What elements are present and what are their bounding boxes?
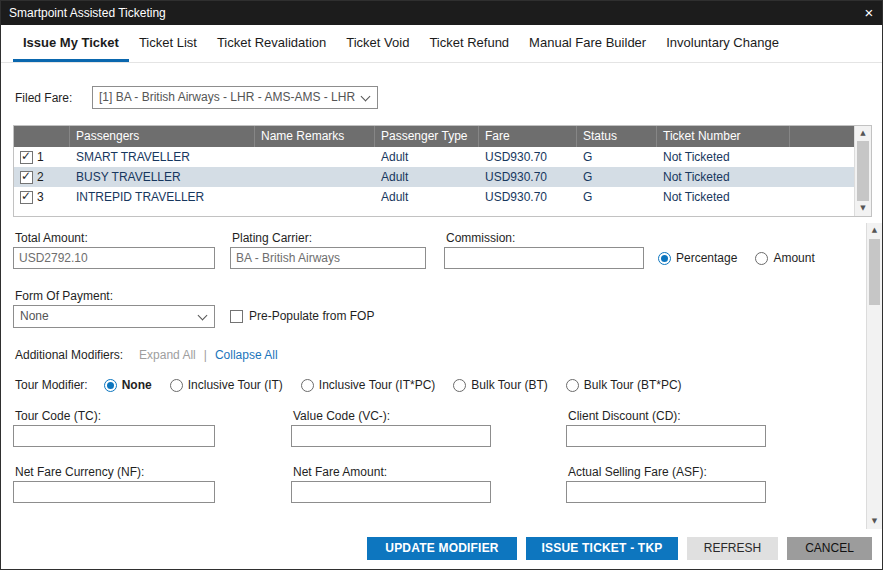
scrollbar-thumb[interactable] [857, 141, 869, 201]
row-number: 1 [37, 150, 44, 164]
passenger-table-body: Passengers Name Remarks Passenger Type F… [14, 126, 854, 216]
table-scrollbar[interactable]: ▲ ▼ [854, 126, 871, 216]
collapse-all-link[interactable]: Collapse All [215, 348, 278, 362]
column-header-select [14, 126, 70, 147]
row-number: 2 [37, 170, 44, 184]
cell-passenger: INTREPID TRAVELLER [70, 190, 255, 204]
commission-input[interactable] [444, 247, 644, 269]
column-header-fare: Fare [479, 126, 577, 147]
actual-selling-fare-input[interactable] [566, 481, 766, 503]
net-fare-amount-input[interactable] [291, 481, 491, 503]
cell-fare: USD930.70 [479, 150, 577, 164]
tab-ticket-void[interactable]: Ticket Void [336, 25, 419, 62]
window-title: Smartpoint Assisted Ticketing [1, 6, 166, 20]
cancel-button[interactable]: CANCEL [787, 537, 872, 560]
scrollbar-thumb[interactable] [869, 239, 880, 305]
scroll-down-arrow-icon[interactable]: ▼ [855, 201, 871, 216]
table-header-row: Passengers Name Remarks Passenger Type F… [14, 126, 854, 147]
cell-fare: USD930.70 [479, 170, 577, 184]
amount-radio-label: Amount [773, 251, 814, 265]
tab-issue-my-ticket[interactable]: Issue My Ticket [13, 25, 129, 62]
tour-code-input[interactable] [13, 425, 215, 447]
additional-modifiers-row: Additional Modifiers: Expand All | Colla… [15, 348, 278, 362]
row-checkbox[interactable]: ✓ [20, 151, 33, 164]
page-scrollbar[interactable]: ▲ ▼ [866, 223, 882, 529]
cell-ticket-number: Not Ticketed [657, 150, 790, 164]
tab-ticket-list[interactable]: Ticket List [129, 25, 207, 62]
tour-inclusive-itpc-label: Inclusive Tour (IT*PC) [319, 378, 435, 392]
table-row[interactable]: ✓ 2 BUSY TRAVELLER Adult USD930.70 G Not… [14, 167, 854, 187]
form-of-payment-label: Form Of Payment: [15, 289, 113, 303]
radio-unselected-icon [566, 379, 579, 392]
filed-fare-label: Filed Fare: [15, 91, 72, 105]
radio-unselected-icon [755, 252, 768, 265]
tour-inclusive-it-label: Inclusive Tour (IT) [188, 378, 283, 392]
cell-status: G [577, 150, 657, 164]
column-header-passengers: Passengers [70, 126, 255, 147]
tour-none-radio[interactable]: None [104, 378, 152, 392]
form-of-payment-value: None [14, 306, 214, 327]
tab-bar: Issue My Ticket Ticket List Ticket Reval… [1, 25, 882, 63]
tour-inclusive-it-radio[interactable]: Inclusive Tour (IT) [170, 378, 283, 392]
amount-radio[interactable]: Amount [755, 251, 814, 265]
tab-ticket-revalidation[interactable]: Ticket Revalidation [207, 25, 336, 62]
commission-label: Commission: [446, 231, 515, 245]
radio-selected-icon [104, 379, 117, 392]
table-row[interactable]: ✓ 1 SMART TRAVELLER Adult USD930.70 G No… [14, 147, 854, 167]
cell-passenger-type: Adult [375, 150, 479, 164]
cell-ticket-number: Not Ticketed [657, 190, 790, 204]
tour-bulk-bt-radio[interactable]: Bulk Tour (BT) [453, 378, 547, 392]
issue-ticket-tkp-button[interactable]: ISSUE TICKET - TKP [526, 537, 678, 560]
scroll-down-arrow-icon[interactable]: ▼ [867, 514, 882, 529]
table-row[interactable]: ✓ 3 INTREPID TRAVELLER Adult USD930.70 G… [14, 187, 854, 207]
net-fare-currency-input[interactable] [13, 481, 215, 503]
total-amount-input[interactable] [13, 247, 215, 269]
tour-code-label: Tour Code (TC): [15, 409, 101, 423]
row-checkbox[interactable]: ✓ [20, 171, 33, 184]
scroll-up-arrow-icon[interactable]: ▲ [855, 126, 871, 141]
value-code-input[interactable] [291, 425, 491, 447]
filed-fare-dropdown[interactable]: [1] BA - British Airways - LHR - AMS-AMS… [92, 86, 378, 109]
close-icon[interactable]: × [856, 1, 882, 25]
actual-selling-fare-label: Actual Selling Fare (ASF): [568, 465, 707, 479]
cell-passenger: BUSY TRAVELLER [70, 170, 255, 184]
tab-ticket-refund[interactable]: Ticket Refund [419, 25, 519, 62]
cell-passenger-type: Adult [375, 190, 479, 204]
check-icon: ✓ [21, 150, 31, 163]
expand-all-link: Expand All [139, 348, 196, 362]
value-code-label: Value Code (VC-): [293, 409, 390, 423]
tour-inclusive-itpc-radio[interactable]: Inclusive Tour (IT*PC) [301, 378, 435, 392]
tour-none-label: None [122, 378, 152, 392]
update-modifier-button[interactable]: UPDATE MODIFIER [367, 537, 517, 560]
tab-manual-fare-builder[interactable]: Manual Fare Builder [519, 25, 656, 62]
checkbox-unchecked-icon [230, 310, 243, 323]
check-icon: ✓ [21, 170, 31, 183]
passenger-table: Passengers Name Remarks Passenger Type F… [13, 125, 872, 217]
net-fare-amount-label: Net Fare Amount: [293, 465, 387, 479]
tour-bulk-bt-label: Bulk Tour (BT) [471, 378, 547, 392]
column-header-ticket-number: Ticket Number [657, 126, 790, 147]
column-header-name-remarks: Name Remarks [255, 126, 375, 147]
tour-bulk-btpc-radio[interactable]: Bulk Tour (BT*PC) [566, 378, 682, 392]
cell-passenger-type: Adult [375, 170, 479, 184]
additional-modifiers-label: Additional Modifiers: [15, 348, 123, 362]
radio-unselected-icon [301, 379, 314, 392]
refresh-button[interactable]: REFRESH [687, 537, 778, 560]
client-discount-input[interactable] [566, 425, 766, 447]
plating-carrier-input[interactable] [230, 247, 426, 269]
percentage-radio-label: Percentage [676, 251, 737, 265]
tab-involuntary-change[interactable]: Involuntary Change [656, 25, 789, 62]
title-bar[interactable]: Smartpoint Assisted Ticketing × [1, 1, 882, 25]
form-of-payment-dropdown[interactable]: None [13, 305, 215, 328]
cell-fare: USD930.70 [479, 190, 577, 204]
row-number: 3 [37, 190, 44, 204]
cell-ticket-number: Not Ticketed [657, 170, 790, 184]
pre-populate-fop-checkbox[interactable]: Pre-Populate from FOP [230, 309, 374, 323]
row-checkbox[interactable]: ✓ [20, 191, 33, 204]
tour-modifier-label: Tour Modifier: [15, 378, 88, 392]
net-fare-currency-label: Net Fare Currency (NF): [15, 465, 144, 479]
radio-unselected-icon [453, 379, 466, 392]
scroll-up-arrow-icon[interactable]: ▲ [867, 223, 882, 238]
percentage-radio[interactable]: Percentage [658, 251, 737, 265]
smartpoint-assisted-ticketing-dialog: Smartpoint Assisted Ticketing × Issue My… [0, 0, 883, 570]
